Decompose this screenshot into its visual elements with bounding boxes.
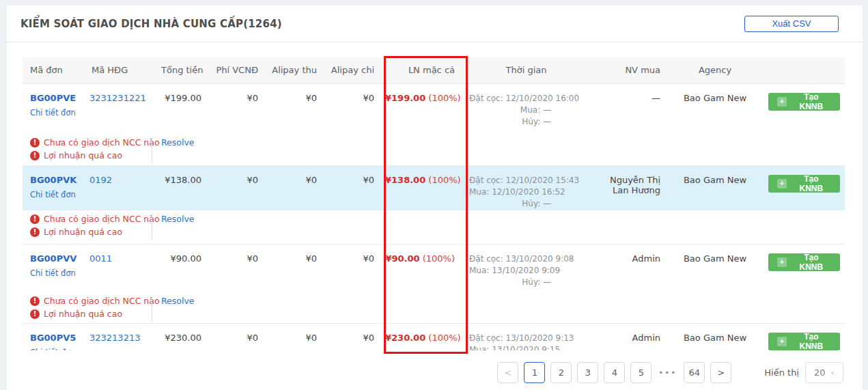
create-knnb-label: Tạo KNNB: [792, 253, 831, 272]
create-knnb-button[interactable]: + Tạo KNNB: [768, 253, 840, 271]
time-buy: Mua: —: [469, 105, 551, 116]
table-row: BG00PV5 Chi tiết đơn 323213213 ¥230.00 ¥…: [23, 323, 845, 350]
order-code-link[interactable]: BG00PVE: [30, 93, 79, 103]
pagination-page-last[interactable]: 64: [684, 362, 705, 383]
resolve-link[interactable]: Resolve: [161, 214, 195, 224]
total-amount: ¥230.00: [156, 323, 207, 350]
col-profit: LN mặc cả: [380, 57, 464, 83]
table-row: BG00PVE Chi tiết đơn 3231231221 ¥199.00 …: [23, 83, 845, 134]
export-csv-button[interactable]: Xuất CSV: [744, 16, 839, 32]
alipay-in-amount: ¥0: [264, 244, 322, 292]
time-cancel: Hủy: —: [469, 198, 551, 210]
pagination-page-5[interactable]: 5: [630, 362, 652, 383]
col-alipay-out: Alipay chi: [322, 57, 380, 83]
contract-code-link[interactable]: 323213213: [89, 333, 140, 343]
warning-text: Lợi nhuận quá cao: [44, 227, 122, 237]
warning-row: ! Chưa có giao dịch NCC nào ! Lợi nhuận …: [23, 210, 845, 244]
pagination-page-1[interactable]: 1: [524, 362, 545, 383]
time-deposit: Đặt cọc: 13/10/2020 9:08: [469, 253, 551, 265]
col-total: Tổng tiền: [156, 57, 207, 83]
warning-icon: !: [30, 214, 40, 224]
agency-name: Bao Gam New: [667, 323, 763, 350]
warning-item: ! Lợi nhuận quá cao: [30, 150, 145, 161]
col-alipay-in: Alipay thu: [264, 57, 322, 83]
resolve-link[interactable]: Resolve: [161, 137, 195, 148]
time-cell: Đặt cọc: 12/10/2020 15:43 Mua: 12/10/202…: [464, 165, 589, 210]
create-knnb-button[interactable]: + Tạo KNNB: [768, 93, 840, 111]
warning-row: ! Chưa có giao dịch NCC nào ! Lợi nhuận …: [23, 134, 845, 165]
warning-text: Lợi nhuận quá cao: [44, 309, 122, 319]
alipay-out-amount: ¥0: [322, 165, 380, 210]
table-header: Mã đơn Mã HĐG Tổng tiền Phí VCNĐ Alipay …: [23, 57, 845, 83]
total-amount: ¥199.00: [156, 83, 207, 134]
contract-code-link[interactable]: 0192: [89, 175, 112, 185]
create-knnb-button[interactable]: + Tạo KNNB: [768, 333, 840, 350]
order-detail-link[interactable]: Chi tiết đơn: [30, 348, 79, 351]
warning-icon: !: [30, 151, 40, 161]
pagination-ellipsis-icon[interactable]: •••: [657, 368, 678, 378]
alipay-out-amount: ¥0: [322, 244, 380, 292]
warning-text: Chưa có giao dịch NCC nào: [44, 137, 160, 148]
buyer-name: Nguyễn Thị Lan Hương: [589, 165, 667, 210]
pagination-page-3[interactable]: 3: [577, 362, 598, 383]
buyer-name: Admin: [589, 244, 667, 292]
alipay-in-amount: ¥0: [264, 83, 322, 134]
col-buyer: NV mua: [589, 57, 667, 83]
total-amount: ¥90.00: [156, 244, 207, 292]
order-code-link[interactable]: BG00PVK: [30, 175, 79, 185]
add-icon: +: [777, 179, 787, 189]
add-icon: +: [777, 337, 787, 346]
pagination-page-2[interactable]: 2: [550, 362, 572, 383]
col-agency: Agency: [667, 57, 763, 83]
page-size-select[interactable]: 20 ∨: [805, 362, 843, 383]
col-order: Mã đơn: [23, 57, 84, 83]
table-row: BG00PVK Chi tiết đơn 0192 ¥138.00 ¥0 ¥0 …: [23, 165, 845, 210]
transactions-table: Mã đơn Mã HĐG Tổng tiền Phí VCNĐ Alipay …: [23, 57, 845, 350]
add-icon: +: [777, 97, 787, 107]
warning-item: ! Chưa có giao dịch NCC nào: [30, 214, 145, 224]
warning-text: Chưa có giao dịch NCC nào: [44, 296, 160, 306]
alipay-in-amount: ¥0: [264, 165, 322, 210]
order-detail-link[interactable]: Chi tiết đơn: [30, 108, 79, 117]
create-knnb-label: Tạo KNNB: [792, 174, 831, 193]
warning-icon: !: [30, 138, 40, 148]
resolve-link[interactable]: Resolve: [161, 296, 195, 306]
table-row: BG00PVV Chi tiết đơn 0011 ¥90.00 ¥0 ¥0 ¥…: [23, 244, 845, 292]
profit-amount: ¥230.00: [385, 333, 425, 343]
pagination-next-button[interactable]: >: [710, 362, 731, 383]
pagination-bar: < 1 2 3 4 5 ••• 64 > Hiển thị 20 ∨: [7, 350, 863, 383]
profit-percent: (100%): [423, 253, 455, 264]
profit-percent: (100%): [428, 93, 460, 103]
warning-item: ! Lợi nhuận quá cao: [30, 227, 145, 237]
order-detail-link[interactable]: Chi tiết đơn: [30, 268, 79, 278]
profit-cell: ¥199.00 (100%): [380, 83, 464, 134]
fee-amount: ¥0: [207, 83, 264, 134]
page-title: KIỂM SOÁT GIAO DỊCH NHÀ CUNG CẤP(1264): [20, 18, 282, 30]
contract-code-link[interactable]: 0011: [89, 253, 112, 264]
col-contract: Mã HĐG: [84, 57, 156, 83]
contract-code-link[interactable]: 3231231221: [89, 93, 146, 103]
fee-amount: ¥0: [207, 165, 264, 210]
order-code-link[interactable]: BG00PV5: [30, 333, 79, 343]
profit-percent: (100%): [428, 333, 460, 343]
agency-name: Bao Gam New: [667, 83, 763, 134]
card-header: KIỂM SOÁT GIAO DỊCH NHÀ CUNG CẤP(1264) X…: [7, 5, 863, 42]
alipay-out-amount: ¥0: [322, 323, 380, 350]
agency-name: Bao Gam New: [667, 165, 763, 210]
create-knnb-button[interactable]: + Tạo KNNB: [768, 175, 840, 193]
warning-icon: !: [30, 309, 40, 319]
transactions-table-wrap: Mã đơn Mã HĐG Tổng tiền Phí VCNĐ Alipay …: [23, 57, 845, 350]
warning-text: Lợi nhuận quá cao: [44, 150, 122, 161]
page-size-label: Hiển thị: [764, 367, 799, 378]
add-icon: +: [777, 257, 787, 267]
fee-amount: ¥0: [207, 244, 264, 292]
pagination-page-4[interactable]: 4: [604, 362, 625, 383]
time-cell: Đặt cọc: 13/10/2020 9:08 Mua: 13/10/2020…: [464, 244, 589, 292]
order-code-link[interactable]: BG00PVV: [30, 253, 79, 264]
profit-cell: ¥230.00 (100%): [380, 323, 464, 350]
pagination-prev-button[interactable]: <: [497, 362, 518, 383]
main-card: KIỂM SOÁT GIAO DỊCH NHÀ CUNG CẤP(1264) X…: [7, 5, 863, 390]
warning-icon: !: [30, 296, 40, 306]
order-detail-link[interactable]: Chi tiết đơn: [30, 190, 79, 199]
alipay-out-amount: ¥0: [322, 83, 380, 134]
